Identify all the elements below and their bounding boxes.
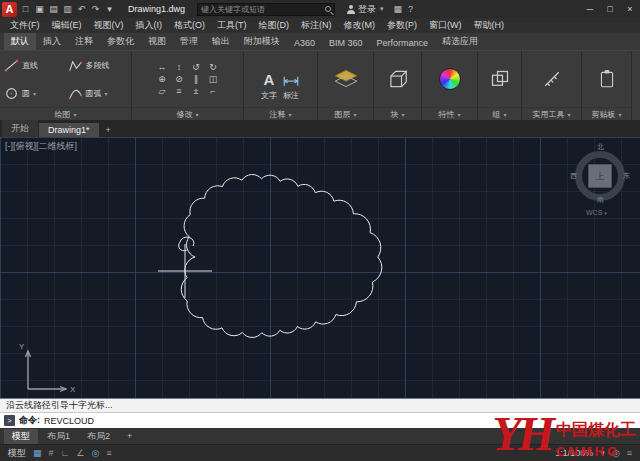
modify-tool-icon-5[interactable]: ⊘ [175, 74, 184, 84]
menu-item-9[interactable]: 参数(P) [381, 19, 423, 32]
viewcube-south-label[interactable]: 南 [597, 195, 604, 205]
layout-tab-2[interactable]: 布局2 [79, 429, 118, 444]
modify-tool-icon-4[interactable]: ⊕ [158, 74, 167, 84]
ribbon-tab-6[interactable]: 输出 [205, 33, 237, 50]
viewcube-north-label[interactable]: 北 [597, 142, 604, 152]
apps-exchange-icon[interactable]: ▦ [394, 4, 403, 14]
polar-tracking-icon[interactable]: ∠ [76, 448, 84, 458]
menu-item-5[interactable]: 工具(T) [211, 19, 253, 32]
text-tool-button[interactable]: A 文字 [261, 57, 277, 101]
arc-dropdown-icon[interactable]: ▾ [105, 90, 108, 97]
new-drawing-tab-button[interactable]: + [100, 123, 117, 137]
quick-access-dropdown-icon[interactable]: ▾ [103, 4, 116, 14]
properties-color-wheel-icon[interactable] [439, 68, 461, 90]
viewcube-west-label[interactable]: 西 [570, 171, 577, 181]
ribbon-tab-9[interactable]: BIM 360 [322, 36, 370, 50]
viewport-controls[interactable]: [-][俯视][二维线框] [5, 140, 77, 153]
ribbon-tab-10[interactable]: Performance [370, 36, 436, 50]
properties-panel-footer[interactable]: 特性 [422, 107, 477, 120]
menu-item-0[interactable]: 文件(F) [4, 19, 46, 32]
modify-tool-icon-6[interactable]: ∥ [192, 74, 201, 84]
close-button[interactable]: × [620, 0, 640, 18]
ribbon-tab-7[interactable]: 附加模块 [237, 33, 287, 50]
lineweight-icon[interactable]: ≡ [106, 448, 111, 458]
modify-tool-icon-9[interactable]: ≡ [175, 86, 184, 96]
save-icon[interactable]: ▤ [47, 4, 60, 14]
redo-icon[interactable]: ↷ [89, 4, 102, 14]
circle-dropdown-icon[interactable]: ▾ [33, 90, 36, 97]
undo-icon[interactable]: ↶ [75, 4, 88, 14]
maximize-button[interactable]: □ [600, 0, 620, 18]
viewcube-cube[interactable]: 上 [588, 164, 612, 188]
ribbon-tab-8[interactable]: A360 [287, 36, 322, 50]
menu-item-4[interactable]: 格式(O) [168, 19, 211, 32]
menu-item-11[interactable]: 帮助(H) [468, 19, 511, 32]
ribbon-tab-2[interactable]: 注释 [68, 33, 100, 50]
help-search-box[interactable] [197, 3, 335, 16]
group-icon[interactable] [490, 70, 510, 88]
snap-mode-icon[interactable]: # [49, 448, 54, 458]
modify-tool-icon-10[interactable]: ± [192, 86, 201, 96]
menu-item-3[interactable]: 插入(I) [130, 19, 169, 32]
search-icon[interactable] [325, 6, 331, 12]
ribbon-tab-0[interactable]: 默认 [4, 33, 36, 50]
menu-item-10[interactable]: 窗口(W) [423, 19, 468, 32]
ortho-mode-icon[interactable]: ∟ [61, 448, 70, 458]
arc-tool-button[interactable]: 圆弧 ▾ [68, 80, 128, 106]
model-space-button[interactable]: 模型 [8, 447, 26, 460]
viewcube-east-label[interactable]: 东 [623, 171, 630, 181]
signin-button[interactable]: 登录 [347, 3, 384, 16]
help-icon[interactable]: ? [408, 4, 413, 14]
new-layout-button[interactable]: + [119, 430, 140, 442]
modify-tool-icon-11[interactable]: ⌐ [209, 86, 218, 96]
grid-display-icon[interactable]: ▦ [33, 448, 42, 458]
menu-item-6[interactable]: 绘图(D) [253, 19, 296, 32]
open-file-icon[interactable]: ▣ [33, 4, 46, 14]
object-snap-icon[interactable]: ◎ [91, 448, 99, 458]
menu-item-8[interactable]: 修改(M) [338, 19, 382, 32]
modify-tool-icon-1[interactable]: ↕ [175, 62, 184, 72]
menu-item-7[interactable]: 标注(N) [295, 19, 338, 32]
circle-tool-button[interactable]: 圆 ▾ [4, 80, 64, 106]
minimize-button[interactable]: ─ [580, 0, 600, 18]
layout-tab-0[interactable]: 模型 [4, 429, 38, 444]
block-panel-footer[interactable]: 块 [374, 107, 421, 120]
line-tool-button[interactable]: 直线 [4, 52, 64, 78]
application-menu-button[interactable]: A [2, 2, 17, 17]
ribbon-tab-1[interactable]: 插入 [36, 33, 68, 50]
layers-icon[interactable] [333, 69, 359, 89]
modify-tool-icon-7[interactable]: ◫ [209, 74, 218, 84]
measure-icon[interactable] [542, 70, 562, 88]
new-file-icon[interactable]: □ [19, 4, 32, 14]
menu-item-1[interactable]: 编辑(E) [46, 19, 88, 32]
ribbon-tab-11[interactable]: 精选应用 [435, 33, 485, 50]
annotation-panel-footer[interactable]: 注释 [244, 107, 317, 120]
ribbon-panel-utilities: 实用工具 [522, 51, 582, 120]
layers-panel-footer[interactable]: 图层 [318, 107, 373, 120]
wcs-dropdown[interactable]: WCS [586, 209, 607, 216]
file-tab-1[interactable]: Drawing1* [39, 123, 99, 137]
ribbon-tab-3[interactable]: 参数化 [100, 33, 141, 50]
draw-panel-footer[interactable]: 绘图 [0, 107, 131, 120]
polyline-tool-button[interactable]: 多段线 [68, 52, 128, 78]
layout-tab-1[interactable]: 布局1 [39, 429, 78, 444]
modify-tool-icon-2[interactable]: ↺ [192, 62, 201, 72]
search-input[interactable] [201, 5, 322, 14]
viewcube[interactable]: 北 南 西 东 上 WCS [572, 142, 628, 216]
block-icon[interactable] [387, 69, 409, 89]
dimension-tool-button[interactable]: 标注 [282, 57, 300, 101]
plot-icon[interactable]: ▥ [61, 4, 74, 14]
drawing-canvas[interactable]: [-][俯视][二维线框] X Y 北 南 西 东 上 WCS [0, 137, 640, 398]
file-tab-0[interactable]: 开始 [2, 120, 38, 137]
modify-tool-icon-3[interactable]: ↻ [209, 62, 218, 72]
ribbon-tab-4[interactable]: 视图 [141, 33, 173, 50]
clipboard-icon[interactable] [597, 69, 617, 89]
menu-item-2[interactable]: 视图(V) [88, 19, 130, 32]
groups-panel-footer[interactable]: 组 [478, 107, 521, 120]
modify-tool-icon-8[interactable]: ▱ [158, 86, 167, 96]
modify-tool-icon-0[interactable]: ↔ [158, 62, 167, 72]
ribbon-tab-5[interactable]: 管理 [173, 33, 205, 50]
clipboard-panel-footer[interactable]: 剪贴板 [582, 107, 631, 120]
utilities-panel-footer[interactable]: 实用工具 [522, 107, 581, 120]
modify-panel-footer[interactable]: 修改 [132, 107, 243, 120]
